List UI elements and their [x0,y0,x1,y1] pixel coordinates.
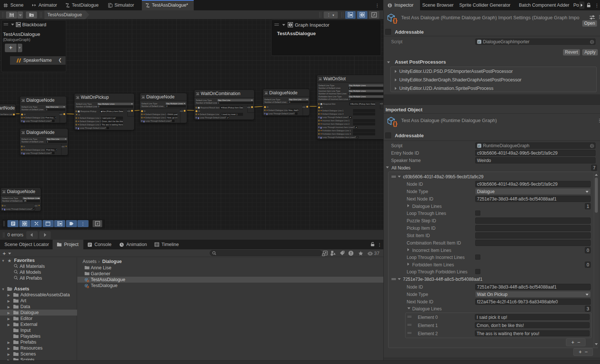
svg-text:#: # [478,40,480,44]
svg-text:{}: {} [87,286,89,288]
svg-text:{}: {} [393,120,398,127]
svg-text:#: # [478,144,480,148]
svg-text:{}: {} [393,17,398,24]
svg-text:{}: {} [87,280,89,282]
